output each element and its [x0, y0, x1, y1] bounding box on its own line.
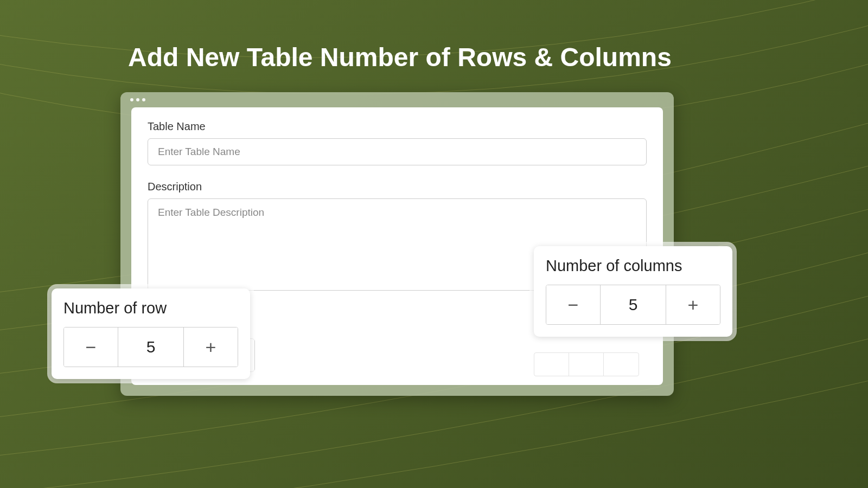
minus-icon: −: [86, 337, 97, 358]
rows-increment-button[interactable]: +: [183, 328, 238, 367]
columns-increment-button[interactable]: +: [666, 285, 720, 324]
rows-stepper-control: − 5 +: [63, 327, 238, 367]
partial-hidden-stepper: [534, 352, 639, 376]
columns-stepper-label: Number of columns: [546, 257, 720, 275]
minus-icon: −: [568, 294, 579, 316]
rows-value[interactable]: 5: [118, 328, 183, 367]
rows-decrement-button[interactable]: −: [64, 328, 118, 367]
table-name-label: Table Name: [148, 120, 647, 133]
window-dot-icon: [136, 98, 139, 101]
description-label: Description: [148, 181, 647, 193]
window-dot-icon: [130, 98, 133, 101]
columns-decrement-button[interactable]: −: [546, 285, 601, 324]
rows-stepper-label: Number of row: [63, 299, 238, 317]
columns-value[interactable]: 5: [601, 285, 666, 324]
page-title: Add New Table Number of Rows & Columns: [0, 0, 868, 72]
plus-icon: +: [206, 337, 216, 358]
window-dot-icon: [142, 98, 145, 101]
rows-stepper-card: Number of row − 5 +: [52, 288, 250, 379]
plus-icon: +: [688, 294, 699, 316]
browser-titlebar: [120, 92, 674, 107]
columns-stepper-control: − 5 +: [546, 285, 720, 325]
columns-stepper-card: Number of columns − 5 +: [534, 246, 732, 337]
table-name-input[interactable]: [148, 138, 647, 165]
